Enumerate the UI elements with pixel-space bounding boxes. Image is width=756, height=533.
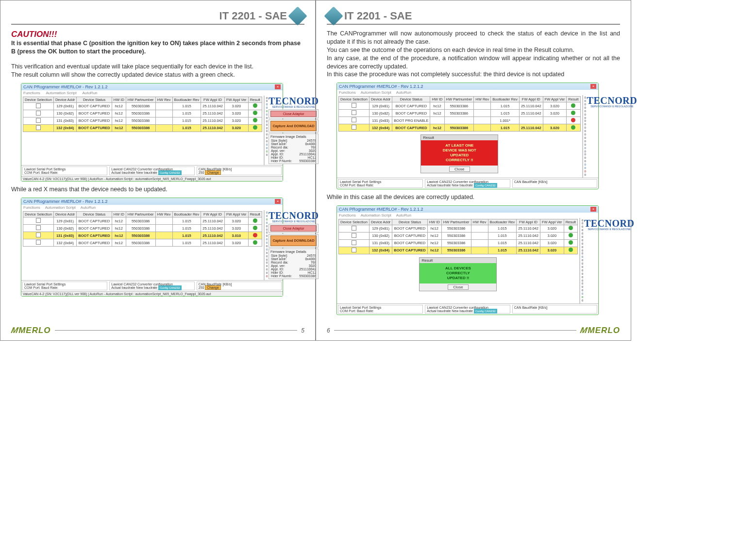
header: IT 2201 - SAE <box>11 9 304 23</box>
doc-title: IT 2201 - SAE <box>216 10 291 22</box>
page-right: IT 2201 - SAE The CANProgrammer will now… <box>316 0 631 341</box>
status-bar: ValueCAN 4-2 (SN: V2C117)(DLL ver 908) |… <box>21 176 283 181</box>
close-icon[interactable]: × <box>590 84 596 89</box>
result-dialog-error: Result AT LEAST ONEDEVICE WAS NOT UPDATE… <box>420 134 498 173</box>
close-icon[interactable]: × <box>590 207 596 212</box>
rp5: While in this case all the devices are c… <box>327 193 620 201</box>
close-icon[interactable]: × <box>275 199 281 204</box>
intro-para2: The result column will show the correctl… <box>11 71 304 79</box>
result-dialog-ok: Result ALL DEVICESCORRECTLYUPDATED !! Cl… <box>419 257 497 291</box>
page-number: 6 <box>327 327 330 334</box>
rp3: In any case, at the end of the procedure… <box>327 54 620 71</box>
device-table[interactable]: Device SelectionDevice AddrDevice Status… <box>338 219 578 254</box>
capture-download-button[interactable]: Capture And DOWNLOAD <box>270 235 317 246</box>
header: IT 2201 - SAE <box>327 9 620 23</box>
device-table[interactable]: Device SelectionDevice AddrDevice Status… <box>23 97 262 132</box>
titlebar[interactable]: CAN PRogrammer #MERLO# - Rev 1.2.1.2 × <box>21 83 283 90</box>
app-title: CAN PRogrammer #MERLO# - Rev 1.2.1.2 <box>23 84 108 89</box>
menu-autorun[interactable]: AutoRun <box>82 91 97 95</box>
menubar[interactable]: Functions Automation Script AutoRun <box>21 90 283 96</box>
bottom-strip: Lawicel Serial Port SettingsCOM Port: Ba… <box>21 165 283 176</box>
fw-details: Firmware Image Details Size [byte]:24578… <box>269 133 319 164</box>
page-number: 5 <box>301 327 304 334</box>
rp2: You can see the outcome of the operation… <box>327 46 620 54</box>
close-adaptor-button[interactable]: Close Adaptor <box>270 111 317 117</box>
caution-heading: CAUTION!!! <box>11 30 304 39</box>
screenshot-d: CAN PRogrammer #MERLO# - Rev 1.2.1.2× Fu… <box>336 205 620 315</box>
rp1: The CANProgrammer will now autonomously … <box>327 30 620 46</box>
dialog-close-button[interactable]: Close <box>448 284 468 290</box>
footer: MMERLO 5 <box>11 326 304 335</box>
config-can232-button[interactable]: Config CAN232 <box>158 170 182 175</box>
caution-text: It is essential that phase C (position t… <box>11 39 304 56</box>
close-adaptor-button[interactable]: Close Adaptor <box>270 225 317 232</box>
log-panel[interactable]: 08:54:45_393 > Send capture..08:54:45_39… <box>264 96 268 166</box>
screenshot-c: CAN PRogrammer #MERLO# - Rev 1.2.1.2× Fu… <box>336 83 620 189</box>
doc-title: IT 2201 - SAE <box>340 10 416 22</box>
log-panel[interactable]: 09:11:01_480 > Image file loaded09:11:02… <box>264 210 268 280</box>
brand: TECNORD <box>269 97 319 105</box>
intro-para1: This verification and eventual update wi… <box>11 63 304 71</box>
change-button[interactable]: Change <box>205 170 221 175</box>
cube-icon <box>288 6 307 26</box>
merlo-logo: MMERLO <box>11 326 51 335</box>
rp4: In this case the procedure was not compl… <box>327 70 620 79</box>
device-table[interactable]: Device SelectionDevice AddrDevice Status… <box>338 96 581 132</box>
dialog-close-button[interactable]: Close <box>449 167 470 172</box>
header-rule <box>11 24 304 25</box>
menu-functions[interactable]: Functions <box>23 91 40 95</box>
log-panel[interactable]: 09:14:11_824 > ADDR: 0af80 BYTE: 32 REC:… <box>580 218 583 303</box>
menu-autoscript[interactable]: Automation Script <box>46 91 76 95</box>
screenshot-a: CAN PRogrammer #MERLO# - Rev 1.2.1.2 × F… <box>21 83 304 182</box>
close-icon[interactable]: × <box>275 84 281 89</box>
page-left: IT 2201 - SAE CAUTION!!! It is essential… <box>0 0 316 341</box>
brand-sub: SERVOCOMANDI E REGOLAZIONE <box>269 105 319 108</box>
footer: 6 MMERLO <box>327 326 620 335</box>
merlo-logo: MMERLO <box>580 326 620 335</box>
para3: While a red X means that the device need… <box>11 185 304 194</box>
device-table[interactable]: Device SelectionDevice AddrDevice Status… <box>23 211 262 247</box>
screenshot-b: CAN PRogrammer #MERLO# - Rev 1.2.1.2× Fu… <box>21 198 304 297</box>
log-panel[interactable]: 09:11:46_528 > SendTestPresence [131]..0… <box>583 95 586 177</box>
capture-download-button[interactable]: Capture And DOWNLOAD <box>270 121 317 132</box>
